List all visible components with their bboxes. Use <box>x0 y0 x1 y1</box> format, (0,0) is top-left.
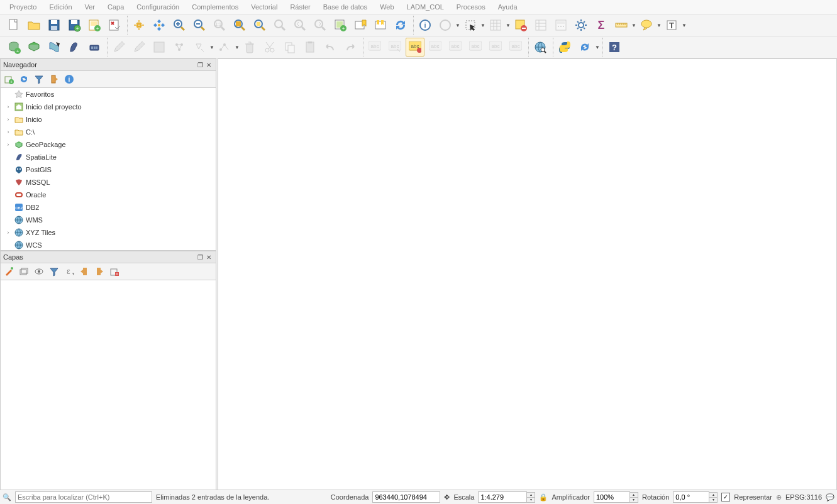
remove-layer-icon[interactable] <box>109 266 120 277</box>
menu-ver[interactable]: Ver <box>79 1 102 13</box>
zoom-in-button[interactable] <box>170 16 189 35</box>
tree-item-oracle[interactable]: Oracle <box>1 189 216 201</box>
menu-base de datos[interactable]: Base de datos <box>317 1 374 13</box>
locator-input[interactable] <box>15 491 152 503</box>
expand-icon[interactable]: › <box>4 116 12 123</box>
close-icon[interactable]: ✕ <box>204 253 213 261</box>
extents-icon[interactable]: ✥ <box>444 493 450 501</box>
add-layer-icon[interactable]: + <box>3 74 14 85</box>
rotation-spin[interactable]: ▴▾ <box>673 491 718 503</box>
tree-item-c[interactable]: ›C:\ <box>1 126 216 138</box>
tree-item-spatialite[interactable]: SpatiaLite <box>1 151 216 163</box>
plugin-reloader-button[interactable] <box>575 38 594 57</box>
properties-icon[interactable]: i <box>64 74 75 85</box>
capas-panel-header[interactable]: Capas ❐ ✕ <box>0 251 216 263</box>
expression-filter-icon[interactable]: ε▾ <box>64 266 75 277</box>
menu-ráster[interactable]: Ráster <box>284 1 316 13</box>
refresh-icon[interactable] <box>18 74 30 85</box>
dropdown-icon[interactable]: ▼ <box>506 23 511 28</box>
map-tips-button[interactable] <box>637 16 656 35</box>
menu-edición[interactable]: Edición <box>43 1 78 13</box>
pan-button[interactable] <box>130 16 148 35</box>
menu-proyecto[interactable]: Proyecto <box>3 1 43 13</box>
help-button[interactable]: ? <box>605 38 624 57</box>
tree-item-favoritos[interactable]: Favoritos <box>1 88 216 101</box>
text-annotation-button[interactable]: T <box>662 16 681 35</box>
expand-icon[interactable]: › <box>4 141 12 148</box>
navegador-tree[interactable]: Favoritos›Inicio del proyecto›Inicio›C:\… <box>0 88 216 251</box>
zoom-selection-button[interactable] <box>250 16 269 35</box>
style-icon[interactable] <box>3 266 14 277</box>
statistics-button[interactable]: Σ <box>592 16 611 35</box>
new-bookmark-button[interactable] <box>351 16 370 35</box>
menu-ayuda[interactable]: Ayuda <box>492 1 524 13</box>
new-project-button[interactable] <box>4 16 23 35</box>
metasearch-button[interactable] <box>531 38 550 57</box>
tree-item-geopackage[interactable]: ›GeoPackage <box>1 138 216 151</box>
tree-item-inicio[interactable]: ›Inicio <box>1 113 216 126</box>
lock-icon[interactable]: 🔒 <box>539 493 548 501</box>
menu-complementos[interactable]: Complementos <box>186 1 245 13</box>
undock-icon[interactable]: ❐ <box>196 253 204 261</box>
save-project-button[interactable] <box>45 16 64 35</box>
new-shapefile-button[interactable] <box>45 38 64 57</box>
tree-item-db2[interactable]: DB2DB2 <box>1 201 216 214</box>
refresh-button[interactable] <box>391 16 410 35</box>
dropdown-icon[interactable]: ▼ <box>455 23 460 28</box>
new-map-view-button[interactable]: + <box>331 16 350 35</box>
data-source-manager-button[interactable]: + <box>4 38 23 57</box>
crs-button[interactable]: EPSG:3116 <box>785 493 822 501</box>
coordinate-input[interactable] <box>372 491 440 503</box>
select-features-button[interactable] <box>461 16 480 35</box>
new-virtual-layer-button[interactable] <box>85 38 104 57</box>
pan-to-selection-button[interactable] <box>150 16 169 35</box>
label-highlight-button[interactable]: abc <box>406 38 424 57</box>
zoom-out-button[interactable] <box>190 16 209 35</box>
save-as-button[interactable]: + <box>65 16 84 35</box>
menu-web[interactable]: Web <box>374 1 400 13</box>
tree-item-wms[interactable]: WMS <box>1 214 216 226</box>
filter-legend-icon[interactable] <box>48 266 60 277</box>
measure-button[interactable] <box>612 16 631 35</box>
new-layout-button[interactable]: + <box>85 16 104 35</box>
close-icon[interactable]: ✕ <box>204 60 213 69</box>
tree-item-xyztiles[interactable]: ›XYZ Tiles <box>1 226 216 239</box>
filter-icon[interactable] <box>33 74 45 85</box>
processing-toolbox-button[interactable] <box>572 16 590 35</box>
visibility-icon[interactable] <box>33 266 45 277</box>
menu-vectorial[interactable]: Vectorial <box>245 1 284 13</box>
menu-procesos[interactable]: Procesos <box>450 1 492 13</box>
new-geopackage-button[interactable] <box>25 38 43 57</box>
layout-manager-button[interactable] <box>105 16 124 35</box>
python-console-button[interactable] <box>555 38 574 57</box>
tree-item-iniciodelproyecto[interactable]: ›Inicio del proyecto <box>1 101 216 113</box>
zoom-full-button[interactable] <box>230 16 249 35</box>
capas-tree[interactable] <box>0 280 216 504</box>
undock-icon[interactable]: ❐ <box>196 60 204 69</box>
dropdown-icon[interactable]: ▼ <box>480 23 485 28</box>
deselect-all-button[interactable] <box>511 16 530 35</box>
menu-ladm_col[interactable]: LADM_COL <box>401 1 450 13</box>
identify-button[interactable]: i <box>416 16 435 35</box>
crs-icon[interactable]: ⊕ <box>776 493 782 501</box>
expand-all-icon[interactable] <box>79 266 90 277</box>
map-canvas[interactable] <box>218 58 837 504</box>
add-group-icon[interactable] <box>18 266 30 277</box>
menu-configuración[interactable]: Configuración <box>130 1 186 13</box>
render-checkbox[interactable]: ✓ <box>721 493 730 501</box>
collapse-all-icon[interactable] <box>48 74 60 85</box>
collapse-all-icon[interactable] <box>94 266 105 277</box>
magnifier-spin[interactable]: ▴▾ <box>594 491 638 503</box>
tree-item-mssql[interactable]: MSSQL <box>1 176 216 189</box>
navegador-panel-header[interactable]: Navegador ❐ ✕ <box>0 58 216 71</box>
dropdown-icon[interactable]: ▼ <box>631 23 636 28</box>
expand-icon[interactable]: › <box>4 129 12 135</box>
dropdown-icon[interactable]: ▼ <box>657 23 662 28</box>
dropdown-icon[interactable]: ▼ <box>682 23 687 28</box>
tree-item-postgis[interactable]: PostGIS <box>1 163 216 176</box>
tree-item-wcs[interactable]: WCS <box>1 239 216 251</box>
dropdown-icon[interactable]: ▼ <box>595 45 600 50</box>
messages-icon[interactable]: 💬 <box>826 493 834 501</box>
scale-combo[interactable]: ▴▾ <box>478 491 535 503</box>
new-spatialite-button[interactable] <box>65 38 84 57</box>
